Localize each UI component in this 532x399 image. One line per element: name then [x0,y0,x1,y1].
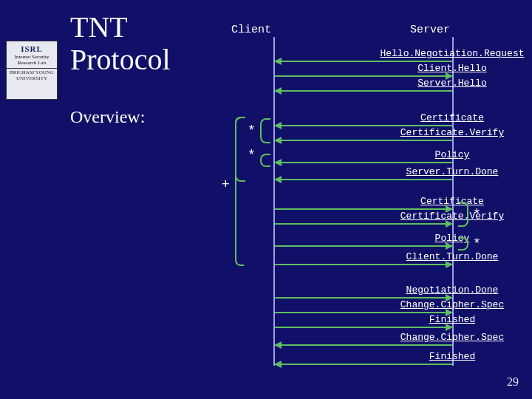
msg-policy-1: Policy [275,151,452,163]
msg-change-cipher-spec-1: Change.Cipher.Spec [275,301,452,313]
lbl: Certificate.Verify [364,127,532,138]
msg-certificate-1: Certificate [275,115,452,126]
lbl: Server.Hello [364,78,532,89]
msg-server-hello: Server.Hello [275,80,452,92]
lbl: Policy [364,149,532,160]
star-1: * [248,123,256,138]
msg-finished-1: Finished [275,316,452,328]
msg-policy-2: Policy [275,235,452,247]
client-label: Client [231,24,271,36]
bracket-plus-outer [235,117,244,266]
lbl: Certificate [364,112,532,123]
msg-finished-2: Finished [275,353,452,365]
title-line-1: TNT [70,10,128,44]
bracket-star-2 [260,154,270,167]
bracket-star-4 [458,237,468,250]
msg-change-cipher-spec-2: Change.Cipher.Spec [275,334,452,346]
overview-label: Overview: [70,107,145,127]
lbl: Server.Turn.Done [364,166,532,177]
slide-title: TNT Protocol [70,11,171,76]
msg-certificate-2: Certificate [275,198,452,210]
bracket-star-1 [260,118,270,143]
star-3: * [473,207,481,222]
lbl: Hello.Negotiation.Request [364,48,532,59]
logo-lab: Internet Security Research Lab [15,54,50,66]
lbl: Change.Cipher.Spec [364,332,532,343]
logo-acronym: ISRL [7,44,57,53]
isrl-logo: ISRL Internet Security Research Lab BRIG… [6,41,58,100]
msg-client-turn-done: Client.Turn.Done [275,253,452,265]
slide: { "logo":{"acronym":"ISRL","line1":"Inte… [0,0,532,399]
bracket-star-3 [458,202,468,227]
plus: + [222,177,230,192]
lbl: Finished [364,351,532,362]
msg-server-turn-done: Server.Turn.Done [275,168,452,180]
page-number: 29 [507,375,519,389]
msg-negotiation-done: Negotiation.Done [275,287,452,299]
logo-university: BRIGHAM YOUNG UNIVERSITY [7,68,57,81]
msg-hello-neg-request: Hello.Negotiation.Request [275,50,452,62]
star-2: * [248,148,256,163]
logo-uni-2: UNIVERSITY [16,75,47,81]
star-4: * [473,236,481,251]
msg-client-hello: Client.Hello [275,65,452,77]
title-line-2: Protocol [70,43,171,76]
server-label: Server [410,24,450,36]
msg-certificate-verify-2: Certificate.Verify [275,213,452,225]
msg-certificate-verify-1: Certificate.Verify [275,129,452,141]
